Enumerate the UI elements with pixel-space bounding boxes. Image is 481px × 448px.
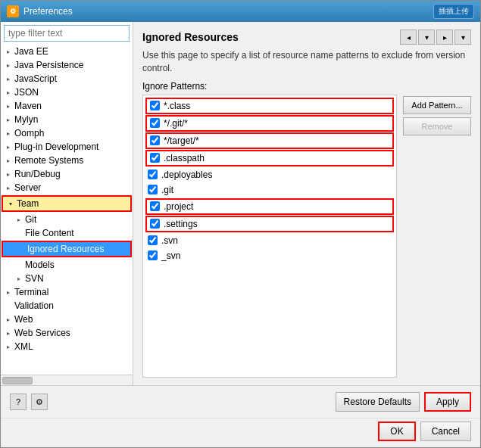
titlebar-right: 插插上传 xyxy=(433,4,474,19)
nav-dropdown-button[interactable]: ▾ xyxy=(418,30,435,45)
tree-label-run-debug: Run/Debug xyxy=(14,169,61,179)
remove-button: Remove xyxy=(403,117,471,135)
tree-arrow-web: ▸ xyxy=(4,315,13,324)
tree-arrow-file-content xyxy=(14,229,23,238)
panel-header: Ignored Resources ◂ ▾ ▸ ▾ xyxy=(142,30,471,45)
sidebar-tree: ▸Java EE▸Java Persistence▸JavaScript▸JSO… xyxy=(1,45,133,375)
sidebar-item-oomph[interactable]: ▸Oomph xyxy=(1,126,133,140)
tree-arrow-remote-systems: ▸ xyxy=(4,156,13,165)
tree-label-plugin-development: Plug-in Development xyxy=(14,142,98,152)
sidebar-item-git[interactable]: ▸Git xyxy=(1,213,133,226)
pattern-text: *.class xyxy=(164,101,190,111)
dialog-title: Preferences xyxy=(23,6,73,17)
tree-arrow-java-ee: ▸ xyxy=(4,47,13,56)
pattern-text: .git xyxy=(161,185,173,195)
restore-defaults-button[interactable]: Restore Defaults xyxy=(336,392,420,412)
tree-arrow-javascript: ▸ xyxy=(4,74,13,83)
pattern-checkbox[interactable] xyxy=(148,185,158,194)
tree-arrow-plugin-development: ▸ xyxy=(4,142,13,151)
help-button[interactable]: ? xyxy=(10,394,27,410)
pattern-checkbox[interactable] xyxy=(148,235,158,245)
pattern-checkbox[interactable] xyxy=(150,101,160,110)
tree-arrow-web-services: ▸ xyxy=(4,328,13,338)
right-panel: Ignored Resources ◂ ▾ ▸ ▾ Use this page … xyxy=(133,22,480,385)
tree-arrow-java-persistence: ▸ xyxy=(4,61,13,70)
pattern-text: */target/* xyxy=(164,135,199,146)
sidebar-item-server[interactable]: ▸Server xyxy=(1,181,133,194)
footer-right: Restore Defaults Apply xyxy=(336,392,471,412)
tree-arrow-maven: ▸ xyxy=(4,101,13,110)
nav-back-button[interactable]: ◂ xyxy=(400,30,417,45)
nav-forward2-button[interactable]: ▾ xyxy=(454,30,471,45)
sidebar-item-file-content[interactable]: File Content xyxy=(1,226,133,240)
sidebar-item-ignored-resources[interactable]: Ignored Resources xyxy=(2,241,132,257)
tree-arrow-validation xyxy=(4,301,13,310)
sidebar-item-mylyn[interactable]: ▸Mylyn xyxy=(1,113,133,126)
sidebar-item-maven[interactable]: ▸Maven xyxy=(1,99,133,113)
panel-title: Ignored Resources xyxy=(142,31,239,43)
cloud-upload-button[interactable]: 插插上传 xyxy=(433,4,474,19)
pattern-checkbox[interactable] xyxy=(148,170,158,179)
scroll-thumb xyxy=(2,377,33,384)
tree-label-oomph: Oomph xyxy=(14,128,44,138)
sidebar-item-web[interactable]: ▸Web xyxy=(1,313,133,326)
ok-button[interactable]: OK xyxy=(378,422,415,441)
tree-label-remote-systems: Remote Systems xyxy=(14,155,83,166)
sidebar-item-web-services[interactable]: ▸Web Services xyxy=(1,326,133,340)
pattern-checkbox[interactable] xyxy=(150,153,160,163)
pattern-item: .project xyxy=(145,198,394,215)
pattern-text: .settings xyxy=(164,219,198,229)
pattern-item: _svn xyxy=(145,248,395,263)
tree-label-validation: Validation xyxy=(14,300,54,311)
sidebar-item-run-debug[interactable]: ▸Run/Debug xyxy=(1,167,133,181)
tree-arrow-svn: ▸ xyxy=(14,274,23,283)
tree-arrow-server: ▸ xyxy=(4,183,13,192)
sidebar-item-java-ee[interactable]: ▸Java EE xyxy=(1,45,133,58)
titlebar-left: ⚙ Preferences xyxy=(7,5,73,17)
sidebar-item-json[interactable]: ▸JSON xyxy=(1,86,133,99)
settings-button[interactable]: ⚙ xyxy=(31,394,48,410)
preferences-icon: ⚙ xyxy=(7,5,19,17)
pattern-item: .deployables xyxy=(145,167,395,182)
tree-label-maven: Maven xyxy=(14,101,42,111)
sidebar-item-xml[interactable]: ▸XML xyxy=(1,340,133,353)
sidebar-item-plugin-development[interactable]: ▸Plug-in Development xyxy=(1,140,133,154)
pattern-buttons: Add Pattern... Remove xyxy=(403,95,471,378)
cancel-button[interactable]: Cancel xyxy=(420,422,471,441)
filter-input[interactable] xyxy=(4,25,130,42)
pattern-checkbox[interactable] xyxy=(150,118,160,128)
pattern-item: */target/* xyxy=(145,132,394,149)
tree-label-file-content: File Content xyxy=(25,228,74,238)
pattern-checkbox[interactable] xyxy=(150,135,160,145)
pattern-item: .classpath xyxy=(145,150,394,166)
sidebar-item-terminal[interactable]: ▸Terminal xyxy=(1,285,133,299)
pattern-item: .svn xyxy=(145,233,395,248)
pattern-checkbox[interactable] xyxy=(150,201,160,211)
sidebar-item-team[interactable]: ▾Team xyxy=(2,195,132,212)
pattern-checkbox[interactable] xyxy=(150,219,160,229)
sidebar-item-models[interactable]: Models xyxy=(1,258,133,272)
tree-label-web: Web xyxy=(14,314,33,325)
pattern-item: .git xyxy=(145,182,395,198)
tree-arrow-ignored-resources xyxy=(17,244,26,254)
tree-label-javascript: JavaScript xyxy=(14,73,57,84)
apply-button[interactable]: Apply xyxy=(424,392,471,412)
sidebar-item-java-persistence[interactable]: ▸Java Persistence xyxy=(1,58,133,72)
tree-label-web-services: Web Services xyxy=(14,328,70,338)
tree-label-mylyn: Mylyn xyxy=(14,114,38,125)
pattern-checkbox[interactable] xyxy=(148,250,158,260)
sidebar-item-validation[interactable]: Validation xyxy=(1,299,133,313)
patterns-area: *.class*/.git/**/target/*.classpath.depl… xyxy=(142,95,471,378)
dialog-footer: ? ⚙ Restore Defaults Apply xyxy=(1,385,480,418)
sidebar-scrollbar[interactable] xyxy=(1,375,133,385)
pattern-item: .settings xyxy=(145,216,394,232)
tree-label-git: Git xyxy=(25,214,36,225)
add-pattern-button[interactable]: Add Pattern... xyxy=(403,96,471,114)
nav-buttons: ◂ ▾ ▸ ▾ xyxy=(400,30,471,45)
sidebar-item-svn[interactable]: ▸SVN xyxy=(1,272,133,285)
sidebar-item-remote-systems[interactable]: ▸Remote Systems xyxy=(1,154,133,167)
sidebar-item-javascript[interactable]: ▸JavaScript xyxy=(1,72,133,86)
panel-description: Use this page to specify a list of resou… xyxy=(142,49,471,75)
nav-forward-button[interactable]: ▸ xyxy=(436,30,453,45)
tree-label-xml: XML xyxy=(14,341,33,352)
